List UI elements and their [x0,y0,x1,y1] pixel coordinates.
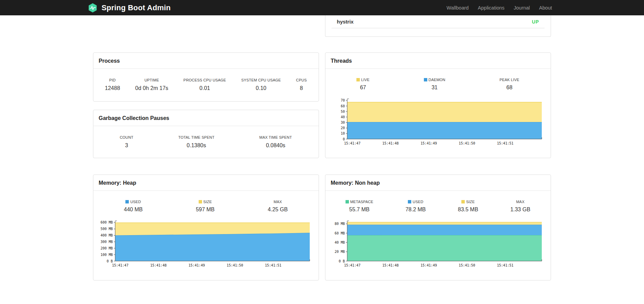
brand-link[interactable]: Spring Boot Admin [88,3,171,13]
metric-value: 0.10 [241,85,281,91]
memory-heap-legend: USED440 MBSIZE597 MBMAX4.25 GB [93,191,319,214]
svg-text:50: 50 [340,110,344,113]
metric-total-time-spent: TOTAL TIME SPENT0.1380s [178,135,214,149]
legend-swatch-icon [356,78,360,81]
metric-value: 0.1380s [178,142,214,149]
svg-text:100 MB: 100 MB [100,253,112,257]
svg-text:300 MB: 300 MB [100,240,112,244]
svg-text:15:41:49: 15:41:49 [188,263,205,267]
svg-text:15:41:51: 15:41:51 [497,263,513,267]
metric-label: SYSTEM CPU USAGE [241,78,281,82]
gc-metrics: COUNT3TOTAL TIME SPENT0.1380sMAX TIME SP… [93,126,319,152]
svg-text:60: 60 [340,104,344,108]
svg-text:40 MB: 40 MB [334,241,344,244]
legend-value: 67 [356,85,370,91]
svg-text:20: 20 [340,126,344,130]
svg-text:15:41:47: 15:41:47 [344,141,360,145]
svg-text:70: 70 [340,98,344,102]
metric-label: UPTIME [135,78,168,82]
memory-nonheap-panel: Memory: Non heap METASPACE55.7 MBUSED78.… [325,174,551,280]
legend-label: DAEMON [424,78,445,82]
svg-text:15:41:50: 15:41:50 [459,141,475,145]
metric-process-cpu-usage: PROCESS CPU USAGE0.01 [183,78,226,91]
svg-text:60 MB: 60 MB [334,231,344,235]
legend-swatch-icon [346,200,349,203]
health-service-name: hystrix [337,19,354,25]
nav-item-about[interactable]: About [539,5,552,11]
legend-value: 1.33 GB [510,207,531,213]
metric-pid: PID12488 [105,78,120,91]
nav-item-journal[interactable]: Journal [514,5,530,11]
legend-item-size: SIZE83.5 MB [458,200,478,213]
health-status-badge: UP [532,19,539,25]
gc-panel-title: Garbage Collection Pauses [93,110,319,126]
memory-heap-panel: Memory: Heap USED440 MBSIZE597 MBMAX4.25… [93,174,319,280]
metric-value: 3 [120,142,133,149]
legend-value: 4.25 GB [268,207,288,213]
legend-swatch-icon [408,200,411,203]
svg-text:0 B: 0 B [106,259,112,263]
svg-text:15:41:51: 15:41:51 [265,263,281,267]
legend-item-max: MAX4.25 GB [268,200,288,213]
process-metrics: PID12488UPTIME0d 0h 2m 17sPROCESS CPU US… [93,69,319,95]
process-panel-title: Process [93,53,319,69]
navbar-links: WallboardApplicationsJournalAbout [447,5,552,11]
metric-label: MAX TIME SPENT [259,135,292,139]
legend-value: 440 MB [124,207,143,213]
metric-value: 8 [296,85,307,91]
nonheap-chart-svg: 0 B20 MB40 MB60 MB80 MB15:41:4715:41:481… [327,218,547,270]
svg-text:500 MB: 500 MB [100,227,112,231]
svg-text:0: 0 [342,137,344,141]
svg-text:15:41:48: 15:41:48 [382,141,398,145]
metric-value: 0.0840s [259,142,292,149]
legend-swatch-icon [424,78,427,81]
main-content: Process PID12488UPTIME0d 0h 2m 17sPROCES… [93,15,551,280]
nav-item-wallboard[interactable]: Wallboard [447,5,469,11]
legend-label: USED [124,200,143,204]
brand-title: Spring Boot Admin [102,3,171,12]
threads-legend: LIVE67DAEMON31PEAK LIVE68 [325,69,551,92]
memory-heap-title: Memory: Heap [93,175,319,191]
svg-text:600 MB: 600 MB [100,221,112,224]
health-panel: hystrix UP [325,15,551,37]
metric-system-cpu-usage: SYSTEM CPU USAGE0.10 [241,78,281,91]
metric-label: COUNT [120,135,133,139]
legend-label: LIVE [356,78,370,82]
svg-text:10: 10 [340,132,344,135]
svg-text:200 MB: 200 MB [100,246,112,250]
spring-boot-admin-logo-icon [88,3,98,13]
legend-item-max: MAX1.33 GB [510,200,531,213]
svg-text:30: 30 [340,121,344,124]
heap-chart-svg: 0 B100 MB200 MB300 MB400 MB500 MB600 MB1… [95,218,315,270]
svg-text:400 MB: 400 MB [100,233,112,237]
metric-max-time-spent: MAX TIME SPENT0.0840s [259,135,292,149]
svg-text:15:41:47: 15:41:47 [112,263,128,267]
legend-item-used: USED440 MB [124,200,143,213]
memory-nonheap-title: Memory: Non heap [325,175,551,191]
process-panel: Process PID12488UPTIME0d 0h 2m 17sPROCES… [93,52,319,102]
svg-text:20 MB: 20 MB [334,250,344,254]
legend-label: MAX [268,200,288,204]
memory-nonheap-legend: METASPACE55.7 MBUSED78.2 MBSIZE83.5 MBMA… [325,191,551,214]
navbar: Spring Boot Admin WallboardApplicationsJ… [0,0,644,15]
legend-value: 68 [500,85,519,91]
memory-heap-chart: 0 B100 MB200 MB300 MB400 MB500 MB600 MB1… [95,218,319,271]
legend-item-peak-live: PEAK LIVE68 [500,78,519,91]
legend-value: 83.5 MB [458,207,478,213]
legend-swatch-icon [461,200,465,203]
threads-panel: Threads LIVE67DAEMON31PEAK LIVE68 010203… [325,52,551,158]
legend-label: METASPACE [346,200,373,204]
legend-value: 55.7 MB [346,207,373,213]
metric-value: 0.01 [183,85,226,91]
gc-pauses-panel: Garbage Collection Pauses COUNT3TOTAL TI… [93,110,319,158]
threads-chart-svg: 01020304050607015:41:4715:41:4815:41:491… [327,96,547,148]
threads-panel-title: Threads [325,53,551,69]
svg-text:40: 40 [340,115,344,119]
metric-value: 0d 0h 2m 17s [135,85,168,91]
svg-text:15:41:50: 15:41:50 [459,263,475,267]
metric-count: COUNT3 [120,135,133,149]
legend-value: 78.2 MB [405,207,426,213]
legend-label: SIZE [458,200,478,204]
svg-text:15:41:48: 15:41:48 [150,263,166,267]
nav-item-applications[interactable]: Applications [478,5,504,11]
